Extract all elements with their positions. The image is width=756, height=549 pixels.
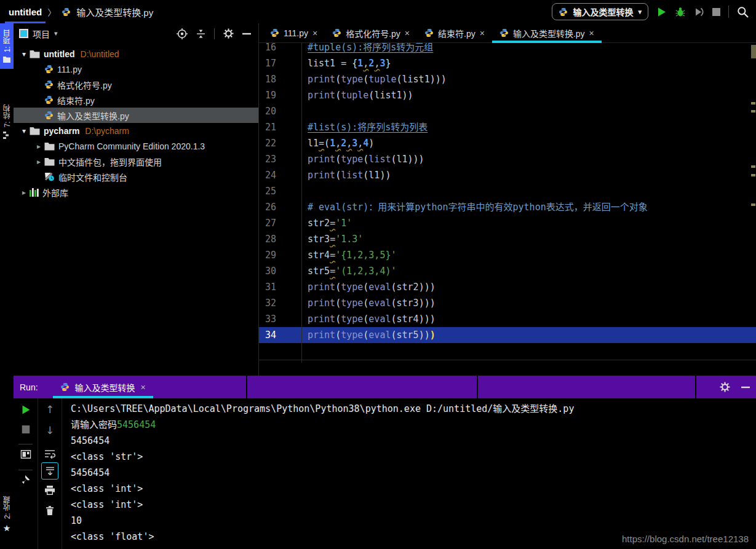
code-text[interactable] — [301, 103, 308, 119]
gear-icon[interactable] — [223, 28, 234, 39]
tree-item[interactable]: 结束符.py — [14, 92, 258, 108]
pin-icon[interactable] — [21, 475, 30, 484]
close-icon[interactable]: × — [141, 382, 146, 392]
locate-file-icon[interactable] — [177, 28, 188, 39]
close-icon[interactable]: × — [589, 28, 594, 38]
code-text[interactable]: print(list(l1)) — [301, 167, 391, 183]
code-line[interactable]: 21#list(s):将序列s转为列表 — [259, 119, 756, 135]
chevron-down-icon[interactable]: ▾ — [54, 30, 58, 38]
code-text[interactable]: l1=(1,2,3,4) — [301, 135, 374, 151]
code-text[interactable]: #list(s):将序列s转为列表 — [301, 119, 428, 135]
editor-tab[interactable]: 输入及类型转换.py× — [492, 23, 602, 42]
tree-item[interactable]: 临时文件和控制台 — [14, 169, 258, 184]
scroll-to-end-icon[interactable] — [41, 462, 58, 480]
tree-item[interactable]: ▾pycharmD:\pycharm — [14, 123, 258, 138]
warning-mark[interactable] — [751, 174, 755, 176]
code-text[interactable]: print(type(eval(str4))) — [301, 311, 436, 327]
debug-button[interactable] — [675, 7, 686, 17]
tree-item[interactable]: ▸PyCharm Community Edition 2020.1.3 — [14, 138, 258, 154]
scrollbar-thumb[interactable] — [751, 45, 756, 58]
code-text[interactable]: print(type(eval(str3))) — [301, 295, 436, 311]
tree-item[interactable]: ▸外部库 — [14, 184, 258, 200]
clear-console-icon[interactable] — [46, 505, 54, 515]
code-area[interactable]: 16#tuple(s):将序列s转为元组17list1 = {1,2,3}18p… — [259, 43, 756, 376]
code-line[interactable]: 31print(type(eval(str2))) — [259, 279, 756, 295]
up-stack-icon[interactable]: ↑ — [46, 403, 54, 416]
code-text[interactable]: str4='{1,2,3,5}' — [301, 247, 397, 263]
hide-panel-icon[interactable] — [242, 33, 251, 35]
code-line[interactable]: 30str5='(1,2,3,4)' — [259, 263, 756, 279]
code-line[interactable]: 16#tuple(s):将序列s转为元组 — [259, 43, 756, 55]
stop-button[interactable] — [22, 425, 30, 433]
code-line[interactable]: 24print(list(l1)) — [259, 167, 756, 183]
code-text[interactable]: # eval(str)：用来计算python字符串中的有效python表达式，并… — [301, 199, 648, 215]
code-line[interactable]: 17list1 = {1,2,3} — [259, 55, 756, 71]
editor-tab[interactable]: 格式化符号.py× — [325, 23, 417, 42]
close-icon[interactable]: × — [405, 28, 410, 38]
project-panel-title[interactable]: 项目 — [33, 28, 50, 40]
coverage-button[interactable] — [694, 7, 704, 17]
tree-item[interactable]: ▸中文插件包，拖到界面使用 — [14, 154, 258, 169]
tree-arrow-icon[interactable]: ▾ — [18, 50, 30, 58]
tree-arrow-icon[interactable]: ▸ — [18, 188, 30, 197]
code-text[interactable]: str2='1' — [301, 215, 352, 231]
hide-panel-icon[interactable] — [741, 386, 750, 389]
code-text[interactable]: print(type(eval(str5))) — [301, 327, 436, 343]
print-icon[interactable] — [45, 486, 55, 495]
error-stripe[interactable] — [750, 43, 756, 376]
editor-tab[interactable]: 111.py× — [263, 23, 325, 42]
tree-item[interactable]: 输入及类型转换.py — [14, 108, 258, 123]
code-line[interactable]: 32print(type(eval(str3))) — [259, 295, 756, 311]
code-text[interactable]: print(tuple(list1)) — [301, 87, 413, 103]
breadcrumb-project[interactable]: untitled — [9, 7, 42, 17]
soft-wrap-icon[interactable] — [44, 449, 55, 459]
editor-tab[interactable]: 结束符.py× — [417, 23, 492, 42]
code-line[interactable]: 18print(type(tuple(list1))) — [259, 71, 756, 87]
code-line[interactable]: 19print(tuple(list1)) — [259, 87, 756, 103]
code-text[interactable]: str5='(1,2,3,4)' — [301, 263, 397, 279]
code-line[interactable]: 33print(type(eval(str4))) — [259, 311, 756, 327]
code-line[interactable]: 22l1=(1,2,3,4) — [259, 135, 756, 151]
run-config-select[interactable]: 输入及类型转换 ▾ — [552, 3, 648, 20]
tool-button-project[interactable]: 1: 项目 — [0, 23, 14, 69]
code-line[interactable]: 29str4='{1,2,3,5}' — [259, 247, 756, 263]
code-text[interactable]: print(type(tuple(list1))) — [301, 71, 447, 87]
gear-icon[interactable] — [720, 382, 730, 392]
tree-arrow-icon[interactable]: ▸ — [33, 157, 44, 166]
warning-mark[interactable] — [751, 203, 755, 206]
code-line[interactable]: 34print(type(eval(str5))) — [259, 327, 756, 343]
code-text[interactable]: list1 = {1,2,3} — [301, 55, 391, 71]
code-text[interactable] — [301, 183, 308, 199]
stop-button[interactable] — [712, 8, 720, 16]
code-text[interactable]: str3='1.3' — [301, 231, 363, 247]
tree-item[interactable]: ▾untitledD:\untitled — [14, 46, 258, 61]
warning-mark[interactable] — [751, 102, 755, 105]
code-line[interactable]: 20 — [259, 103, 756, 119]
run-button[interactable] — [656, 7, 667, 17]
tree-item[interactable]: 格式化符号.py — [14, 77, 258, 92]
restore-layout-button[interactable] — [20, 450, 31, 459]
close-icon[interactable]: × — [312, 28, 317, 38]
breadcrumb-file[interactable]: 输入及类型转换.py — [76, 6, 153, 18]
close-icon[interactable]: × — [480, 28, 485, 38]
warning-mark[interactable] — [751, 110, 755, 113]
down-stack-icon[interactable]: ↓ — [46, 424, 54, 436]
tool-button-favorites[interactable]: 2: 收藏 ★ — [0, 484, 14, 545]
tree-arrow-icon[interactable]: ▸ — [33, 142, 44, 151]
code-line[interactable]: 23print(type(list(l1))) — [259, 151, 756, 167]
run-tab[interactable]: 输入及类型转换 × — [53, 376, 153, 398]
rerun-button[interactable] — [20, 405, 31, 415]
code-text[interactable]: print(type(list(l1))) — [301, 151, 424, 167]
tool-button-structure[interactable]: 7: 结构 — [0, 92, 14, 151]
code-line[interactable]: 26# eval(str)：用来计算python字符串中的有效python表达式… — [259, 199, 756, 215]
tree-item[interactable]: 111.py — [14, 61, 258, 77]
warning-mark[interactable] — [751, 165, 755, 168]
collapse-all-icon[interactable] — [196, 29, 205, 39]
tree-arrow-icon[interactable]: ▾ — [18, 127, 30, 135]
code-line[interactable]: 28str3='1.3' — [259, 231, 756, 247]
code-text[interactable]: #tuple(s):将序列s转为元组 — [301, 43, 433, 55]
search-icon[interactable] — [737, 6, 749, 18]
code-text[interactable]: print(type(eval(str2))) — [301, 279, 436, 295]
code-line[interactable]: 27str2='1' — [259, 215, 756, 231]
code-line[interactable]: 25 — [259, 183, 756, 199]
